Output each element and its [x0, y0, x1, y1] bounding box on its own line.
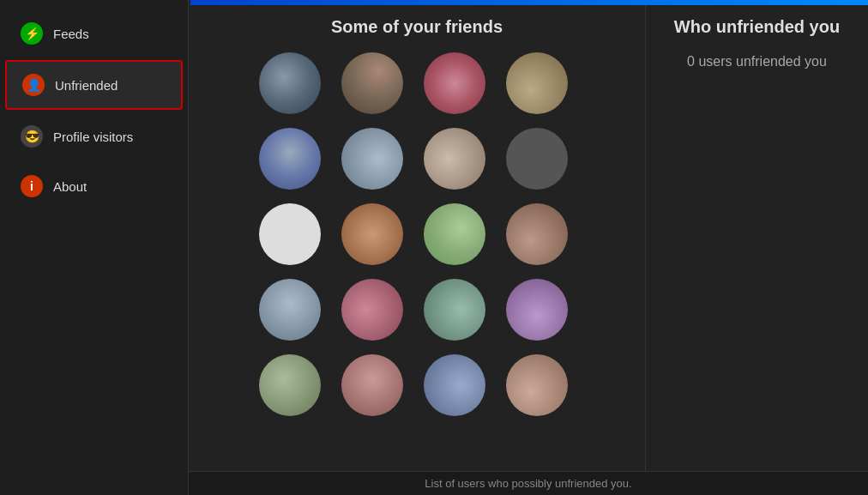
- list-item[interactable]: [506, 279, 568, 341]
- footer-text: List of users who possibly unfriended yo…: [425, 477, 631, 490]
- about-icon: i: [21, 175, 43, 197]
- sidebar-item-profile-visitors[interactable]: 😎 Profile visitors: [5, 113, 183, 160]
- list-item[interactable]: [506, 52, 568, 114]
- unfriended-count: 0 users unfriended you: [687, 54, 827, 69]
- sidebar: ⚡ Feeds 👤 Unfriended 😎 Profile visitors …: [0, 0, 189, 495]
- list-item[interactable]: [506, 203, 568, 265]
- list-item[interactable]: [424, 128, 485, 190]
- feeds-icon: ⚡: [21, 22, 43, 45]
- list-item[interactable]: [424, 279, 485, 341]
- list-item[interactable]: [424, 52, 485, 114]
- list-item[interactable]: [341, 128, 403, 190]
- list-item[interactable]: [424, 354, 485, 416]
- main-inner: Some of your friends: [189, 0, 868, 495]
- footer-bar: List of users who possibly unfriended yo…: [189, 471, 868, 495]
- list-item[interactable]: [259, 203, 321, 265]
- sidebar-item-about[interactable]: i About: [5, 163, 183, 209]
- unfriended-icon: 👤: [22, 74, 45, 96]
- sidebar-item-profile-label: Profile visitors: [53, 130, 133, 144]
- list-item[interactable]: [341, 354, 403, 416]
- sidebar-item-unfriended-label: Unfriended: [55, 78, 118, 93]
- friends-section-title: Some of your friends: [214, 17, 619, 37]
- top-accent-bar: [190, 0, 868, 5]
- list-item[interactable]: [259, 279, 321, 341]
- sidebar-item-feeds[interactable]: ⚡ Feeds: [5, 10, 183, 57]
- list-item[interactable]: [259, 52, 321, 114]
- main-content: Some of your friends: [189, 0, 868, 495]
- profile-visitors-icon: 😎: [21, 125, 43, 148]
- list-item[interactable]: [341, 52, 403, 114]
- list-item[interactable]: [424, 203, 485, 265]
- sidebar-item-about-label: About: [53, 179, 87, 194]
- list-item[interactable]: [341, 279, 403, 341]
- list-item[interactable]: [506, 354, 568, 416]
- list-item[interactable]: [259, 354, 321, 416]
- sidebar-item-feeds-label: Feeds: [53, 27, 89, 41]
- sidebar-item-unfriended[interactable]: 👤 Unfriended: [5, 60, 183, 110]
- unfriended-section-title: Who unfriended you: [674, 17, 840, 37]
- friends-section: Some of your friends: [189, 0, 645, 495]
- list-item[interactable]: [506, 128, 568, 190]
- list-item[interactable]: [341, 203, 403, 265]
- friends-grid: [214, 52, 619, 416]
- list-item[interactable]: [259, 128, 321, 190]
- unfriended-section: Who unfriended you 0 users unfriended yo…: [645, 0, 868, 495]
